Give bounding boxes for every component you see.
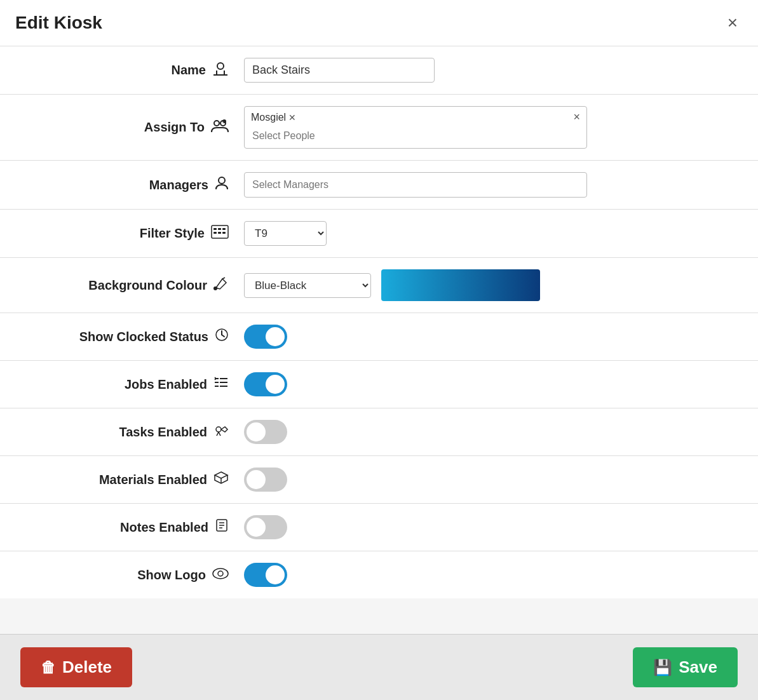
clear-all-button[interactable]: × xyxy=(573,111,580,124)
show-logo-row: Show Logo xyxy=(0,551,758,598)
assign-to-label: Assign To xyxy=(144,120,205,135)
show-logo-label-group: Show Logo xyxy=(25,567,229,583)
color-preview xyxy=(381,269,540,301)
svg-point-4 xyxy=(214,121,219,126)
jobs-enabled-row: Jobs Enabled xyxy=(0,361,758,408)
name-input[interactable] xyxy=(244,58,435,83)
assign-to-box: Mosgiel ✕ × xyxy=(244,106,587,149)
background-colour-label-group: Background Colour xyxy=(25,276,229,294)
modal-title: Edit Kiosk xyxy=(15,13,102,33)
materials-enabled-icon xyxy=(213,471,229,488)
show-logo-icon xyxy=(212,567,229,583)
select-managers-input[interactable] xyxy=(244,172,587,198)
jobs-enabled-toggle[interactable] xyxy=(244,372,287,396)
materials-enabled-label: Materials Enabled xyxy=(99,473,207,487)
show-logo-field-content xyxy=(244,563,733,587)
save-label: Save xyxy=(679,657,717,677)
show-clocked-status-label-group: Show Clocked Status xyxy=(25,328,229,346)
jobs-enabled-label-group: Jobs Enabled xyxy=(25,375,229,393)
managers-label-group: Managers xyxy=(25,176,229,194)
notes-enabled-label-group: Notes Enabled xyxy=(25,518,229,536)
filter-style-label: Filter Style xyxy=(140,226,205,241)
svg-point-35 xyxy=(213,569,228,579)
background-colour-field-content: Blue-Black Red-Black Green-Black White xyxy=(244,269,733,301)
filter-style-row: Filter Style T9 ABC xyxy=(0,210,758,258)
name-field-content xyxy=(244,58,733,83)
edit-kiosk-modal: Edit Kiosk × Name xyxy=(0,0,758,700)
notes-enabled-label: Notes Enabled xyxy=(120,520,208,535)
svg-rect-10 xyxy=(213,228,217,230)
assign-to-label-group: Assign To + xyxy=(25,119,229,137)
svg-rect-14 xyxy=(218,232,221,234)
name-label-group: Name xyxy=(25,62,229,79)
background-colour-select[interactable]: Blue-Black Red-Black Green-Black White xyxy=(244,273,371,298)
show-clocked-status-row: Show Clocked Status xyxy=(0,313,758,361)
svg-rect-13 xyxy=(213,232,217,234)
assign-to-field-content: Mosgiel ✕ × xyxy=(244,106,733,149)
jobs-enabled-label: Jobs Enabled xyxy=(125,377,207,392)
materials-enabled-field-content xyxy=(244,468,733,492)
materials-enabled-row: Materials Enabled xyxy=(0,456,758,504)
tasks-enabled-toggle[interactable] xyxy=(244,420,287,444)
select-people-input[interactable] xyxy=(251,128,580,144)
notes-enabled-icon xyxy=(215,518,229,536)
notes-enabled-row: Notes Enabled xyxy=(0,504,758,551)
modal-footer: 🗑 Delete 💾 Save xyxy=(0,634,758,700)
notes-enabled-field-content xyxy=(244,515,733,539)
materials-enabled-slider xyxy=(244,468,287,492)
show-logo-toggle[interactable] xyxy=(244,563,287,587)
notes-enabled-toggle[interactable] xyxy=(244,515,287,539)
tasks-enabled-slider xyxy=(244,420,287,444)
color-row-content: Blue-Black Red-Black Green-Black White xyxy=(244,269,733,301)
background-colour-row: Background Colour Blue-Black Red-Black G… xyxy=(0,258,758,313)
show-clocked-status-field-content xyxy=(244,325,733,349)
filter-style-field-content: T9 ABC Full xyxy=(244,221,733,246)
mosgiel-tag: Mosgiel ✕ xyxy=(251,112,296,123)
svg-point-16 xyxy=(213,286,217,290)
managers-icon xyxy=(215,176,229,194)
close-button[interactable]: × xyxy=(722,11,743,34)
assign-to-top: Mosgiel ✕ × xyxy=(251,111,580,124)
name-icon xyxy=(212,62,229,79)
svg-point-8 xyxy=(219,177,225,184)
modal-header: Edit Kiosk × xyxy=(0,0,758,46)
tag-remove-button[interactable]: ✕ xyxy=(288,112,296,123)
modal-body: Name Assign To xyxy=(0,46,758,634)
svg-rect-15 xyxy=(222,232,226,234)
show-clocked-status-label: Show Clocked Status xyxy=(79,330,208,344)
delete-label: Delete xyxy=(62,657,112,677)
save-icon: 💾 xyxy=(653,659,672,676)
filter-style-select[interactable]: T9 ABC Full xyxy=(244,221,327,246)
svg-text:+: + xyxy=(222,120,224,124)
show-logo-slider xyxy=(244,563,287,587)
notes-enabled-slider xyxy=(244,515,287,539)
jobs-enabled-icon xyxy=(213,375,229,393)
svg-line-28 xyxy=(217,432,219,436)
delete-icon: 🗑 xyxy=(41,659,56,676)
assign-to-row: Assign To + Mosgie xyxy=(0,95,758,161)
tag-label: Mosgiel xyxy=(251,112,286,123)
jobs-enabled-field-content xyxy=(244,372,733,396)
show-clocked-status-icon xyxy=(215,328,229,346)
svg-rect-11 xyxy=(218,228,221,230)
managers-field-content xyxy=(244,172,733,198)
show-clocked-status-toggle[interactable] xyxy=(244,325,287,349)
name-row: Name xyxy=(0,46,758,95)
jobs-enabled-slider xyxy=(244,372,287,396)
managers-row: Managers xyxy=(0,161,758,210)
materials-enabled-toggle[interactable] xyxy=(244,468,287,492)
name-label: Name xyxy=(172,63,206,77)
tasks-enabled-label: Tasks Enabled xyxy=(119,425,207,440)
show-logo-label: Show Logo xyxy=(137,568,206,582)
svg-point-36 xyxy=(218,571,223,576)
background-colour-icon xyxy=(213,276,229,294)
svg-line-20 xyxy=(222,335,224,337)
svg-line-17 xyxy=(222,278,225,279)
svg-rect-12 xyxy=(222,228,226,230)
assign-to-icon: + xyxy=(211,119,229,137)
delete-button[interactable]: 🗑 Delete xyxy=(20,647,132,687)
tasks-enabled-label-group: Tasks Enabled xyxy=(25,423,229,441)
filter-style-icon xyxy=(211,225,229,243)
filter-style-label-group: Filter Style xyxy=(25,225,229,243)
save-button[interactable]: 💾 Save xyxy=(633,647,738,687)
